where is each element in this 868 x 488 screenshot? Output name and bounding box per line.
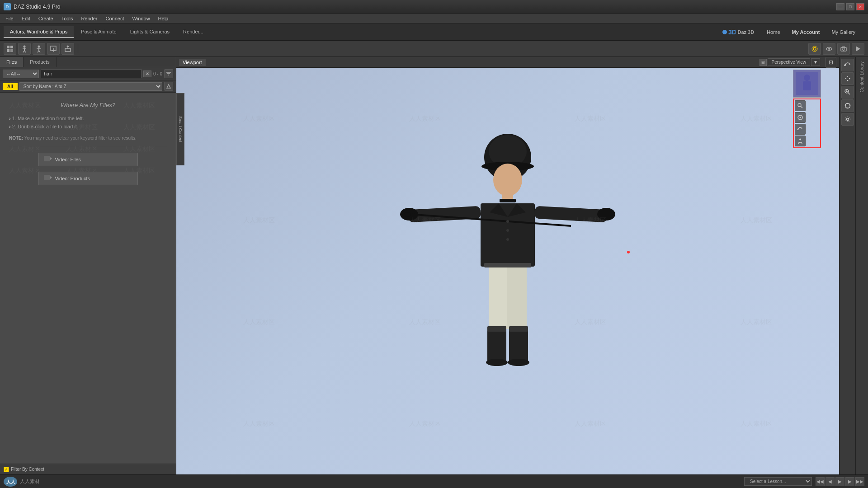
perspective-view-label: Perspective View bbox=[768, 58, 811, 66]
svg-rect-36 bbox=[44, 175, 50, 180]
svg-point-54 bbox=[506, 220, 509, 223]
menu-help[interactable]: Help bbox=[155, 15, 172, 22]
bottom-nav-step-prev[interactable]: ◀ bbox=[826, 477, 835, 486]
tool-rotate-btn[interactable] bbox=[795, 124, 806, 135]
video-products-icon bbox=[43, 174, 52, 183]
svg-line-10 bbox=[24, 51, 26, 52]
toolbar-import-btn[interactable] bbox=[47, 43, 60, 55]
smart-content-tab[interactable]: Smart Content bbox=[176, 93, 184, 165]
viewport-area: Viewport ⊞ Perspective View ▼ ⊡ bbox=[176, 57, 839, 474]
lesson-select[interactable]: Select a Lesson... bbox=[744, 477, 812, 486]
bottom-nav-controls: ◀◀ ◀ ▶ ▶ ▶▶ bbox=[816, 477, 864, 486]
svg-rect-65 bbox=[484, 263, 531, 267]
rt-settings-btn[interactable] bbox=[841, 113, 854, 126]
menu-window[interactable]: Window bbox=[128, 15, 153, 22]
search-clear-button[interactable]: ✕ bbox=[143, 70, 151, 77]
filter-options-button[interactable] bbox=[164, 82, 173, 91]
svg-rect-2 bbox=[7, 46, 9, 48]
svg-rect-5 bbox=[10, 49, 13, 52]
filter-context-checkbox[interactable]: ✓ bbox=[4, 467, 9, 472]
tab-files[interactable]: Files bbox=[0, 57, 24, 67]
menu-file[interactable]: File bbox=[2, 15, 17, 22]
close-button[interactable]: ✕ bbox=[856, 3, 864, 10]
menu-edit[interactable]: Edit bbox=[18, 15, 34, 22]
filter-context-bar: ✓ Filter By Context bbox=[0, 464, 176, 474]
search-category-dropdown[interactable]: -- All -- bbox=[3, 70, 39, 78]
svg-marker-79 bbox=[849, 78, 850, 80]
search-input[interactable] bbox=[41, 69, 142, 78]
viewport-tab[interactable]: Viewport bbox=[179, 59, 206, 66]
toolbar-camera-btn[interactable] bbox=[837, 43, 850, 55]
instruction-2: › 2. Double-click a file to load it. bbox=[9, 124, 167, 129]
red-dot bbox=[627, 251, 630, 253]
svg-marker-29 bbox=[856, 46, 860, 52]
window-controls: — □ ✕ bbox=[836, 3, 864, 10]
toolbar-export-btn[interactable] bbox=[61, 43, 74, 55]
filter-context-label: Filter By Context bbox=[11, 467, 44, 472]
content-library-tab[interactable]: Content Library bbox=[858, 57, 866, 97]
left-panel: Files Products -- All -- ✕ 0 - 0 All Sor… bbox=[0, 57, 176, 474]
my-account-link[interactable]: My Account bbox=[787, 28, 826, 37]
svg-point-89 bbox=[846, 118, 849, 121]
tab-actors[interactable]: Actors, Wardrobe & Props bbox=[4, 26, 74, 38]
tab-render[interactable]: Render... bbox=[177, 26, 210, 38]
svg-line-81 bbox=[848, 93, 850, 95]
svg-point-23 bbox=[812, 46, 817, 52]
search-options-button[interactable] bbox=[164, 69, 173, 78]
svg-point-84 bbox=[845, 103, 850, 108]
maximize-button[interactable]: □ bbox=[846, 3, 854, 10]
rt-rotate-btn[interactable] bbox=[841, 59, 854, 71]
svg-point-42 bbox=[493, 164, 522, 196]
rt-pan-btn[interactable] bbox=[841, 72, 854, 85]
menu-create[interactable]: Create bbox=[35, 15, 57, 22]
svg-point-22 bbox=[813, 47, 816, 50]
menu-bar: File Edit Create Tools Render Connect Wi… bbox=[0, 14, 868, 23]
svg-point-67 bbox=[804, 75, 810, 81]
my-gallery-link[interactable]: My Gallery bbox=[826, 28, 861, 37]
tool-select-btn[interactable] bbox=[795, 112, 806, 123]
svg-point-55 bbox=[506, 229, 509, 232]
svg-point-72 bbox=[800, 117, 801, 118]
tab-pose[interactable]: Pose & Animate bbox=[75, 26, 123, 38]
tool-person-btn[interactable] bbox=[795, 136, 806, 146]
bottom-nav-step-next[interactable]: ▶ bbox=[845, 477, 854, 486]
sort-dropdown[interactable]: Sort by Name : A to Z bbox=[19, 82, 162, 91]
toolbar-render-btn[interactable] bbox=[852, 43, 864, 55]
video-products-button[interactable]: Video: Products bbox=[38, 172, 138, 185]
bottom-nav-play[interactable]: ▶ bbox=[835, 477, 844, 486]
rt-zoom-btn[interactable] bbox=[841, 86, 854, 99]
viewport-canvas[interactable]: 人人素材区 人人素材区 人人素材区 人人素材区 人人素材区 人人素材区 人人素材… bbox=[176, 68, 839, 474]
bottom-logo: 人人 bbox=[4, 477, 17, 487]
menu-render[interactable]: Render bbox=[77, 15, 101, 22]
filter-all-button[interactable]: All bbox=[3, 83, 18, 90]
menu-connect[interactable]: Connect bbox=[102, 15, 128, 22]
3d-figure bbox=[399, 117, 616, 425]
toolbar-figure-btn[interactable] bbox=[18, 43, 31, 55]
toolbar bbox=[0, 41, 868, 57]
rt-select-btn[interactable] bbox=[841, 99, 854, 112]
bottom-nav-next[interactable]: ▶▶ bbox=[855, 477, 864, 486]
perspective-view-dropdown[interactable]: ▼ bbox=[811, 58, 820, 66]
tool-search-btn[interactable] bbox=[795, 100, 806, 111]
video-files-button[interactable]: Video: Files bbox=[38, 153, 138, 166]
svg-rect-57 bbox=[489, 266, 509, 329]
content-area: 人人素材区人人素材区人人素材区 人人素材区人人素材区人人素材区 人人素材区人人素… bbox=[0, 93, 176, 464]
bottom-bar: 人人 人人素材 Select a Lesson... ◀◀ ◀ ▶ ▶ ▶▶ bbox=[0, 474, 868, 488]
toolbar-eye-btn[interactable] bbox=[823, 43, 835, 55]
svg-line-70 bbox=[801, 107, 803, 108]
svg-point-6 bbox=[24, 45, 26, 47]
toolbar-settings-btn[interactable] bbox=[808, 43, 821, 55]
svg-line-15 bbox=[39, 51, 40, 52]
minimize-button[interactable]: — bbox=[836, 3, 844, 10]
bottom-nav-prev[interactable]: ◀◀ bbox=[816, 477, 825, 486]
search-count: 0 - 0 bbox=[153, 71, 162, 76]
toolbar-figure2-btn[interactable] bbox=[33, 43, 45, 55]
home-link[interactable]: Home bbox=[761, 28, 785, 37]
toolbar-scene-btn[interactable] bbox=[4, 43, 16, 55]
viewport-fit-btn[interactable]: ⊡ bbox=[826, 57, 836, 68]
tab-lights[interactable]: Lights & Cameras bbox=[124, 26, 176, 38]
menu-tools[interactable]: Tools bbox=[58, 15, 77, 22]
tab-products[interactable]: Products bbox=[24, 57, 56, 67]
svg-marker-18 bbox=[52, 50, 55, 52]
app-icon: D bbox=[4, 3, 11, 10]
